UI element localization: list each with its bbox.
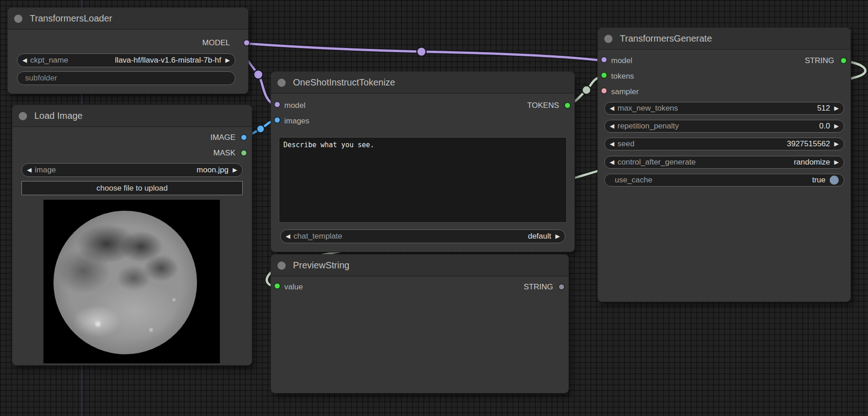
output-label-model: MODEL: [175, 38, 230, 48]
widget-seed[interactable]: ◀ seed 3927515562 ▶: [604, 138, 844, 150]
input-label-images: images: [284, 117, 348, 126]
widget-ckpt-name[interactable]: ◀ ckpt_name llava-hf/llava-v1.6-mistral-…: [17, 53, 235, 67]
node-previewstring[interactable]: PreviewString value STRING: [271, 255, 569, 393]
node-title: PreviewString: [293, 260, 349, 271]
collapse-dot[interactable]: [14, 15, 22, 23]
node-title-bar: Load Image: [12, 105, 252, 127]
output-slot-image[interactable]: [240, 134, 247, 141]
node-title: TransformersLoader: [30, 13, 112, 24]
output-label-string: STRING: [489, 283, 553, 292]
image-preview: [43, 200, 220, 363]
output-slot-tokens[interactable]: [564, 102, 571, 109]
input-label-model: model: [611, 56, 675, 65]
node-title: TransformersGenerate: [620, 33, 712, 44]
decrement-arrow-icon[interactable]: ◀: [610, 155, 614, 169]
prompt-textarea[interactable]: Describe what you see.: [279, 137, 567, 223]
input-slot-sampler[interactable]: [601, 87, 607, 94]
widget-label: chat_template: [293, 232, 342, 241]
widget-value: default: [528, 232, 551, 241]
reroute-dot[interactable]: [582, 86, 591, 95]
widget-label: ckpt_name: [30, 56, 68, 65]
decrement-arrow-icon[interactable]: ◀: [22, 53, 27, 67]
collapse-dot[interactable]: [277, 261, 286, 270]
use-cache-toggle[interactable]: [830, 176, 839, 185]
node-transformersloader[interactable]: TransformersLoader MODEL ◀ ckpt_name lla…: [8, 8, 248, 94]
increment-arrow-icon[interactable]: ▶: [555, 229, 560, 243]
output-label-tokens: TOKENS: [495, 101, 559, 110]
reroute-dot[interactable]: [417, 47, 426, 56]
node-oneshotinstructtokenize[interactable]: OneShotInstructTokenize model images TOK…: [271, 72, 575, 252]
decrement-arrow-icon[interactable]: ◀: [610, 137, 614, 151]
increment-arrow-icon[interactable]: ▶: [834, 101, 839, 115]
output-slot-string[interactable]: [840, 57, 847, 64]
node-load-image[interactable]: Load Image IMAGE MASK ◀ image moon.jpg ▶…: [12, 105, 252, 365]
node-graph-canvas[interactable]: TransformersLoader MODEL ◀ ckpt_name lla…: [0, 0, 868, 416]
widget-max-new-tokens[interactable]: ◀ max_new_tokens 512 ▶: [604, 102, 844, 115]
widget-image-file[interactable]: ◀ image moon.jpg ▶: [21, 163, 243, 177]
input-slot-model[interactable]: [601, 56, 607, 63]
input-label-tokens: tokens: [611, 72, 675, 81]
widget-value: llava-hf/llava-v1.6-mistral-7b-hf: [115, 56, 221, 65]
node-title: Load Image: [34, 111, 83, 121]
node-title-bar: TransformersLoader: [8, 8, 248, 30]
decrement-arrow-icon[interactable]: ◀: [610, 119, 614, 133]
widget-use-cache[interactable]: use_cache true: [604, 174, 844, 187]
collapse-dot[interactable]: [604, 35, 612, 43]
output-slot-model[interactable]: [243, 39, 250, 46]
increment-arrow-icon[interactable]: ▶: [225, 53, 230, 67]
widget-value: randomize: [794, 158, 830, 167]
input-slot-value[interactable]: [274, 283, 281, 289]
widget-value: 0.0: [819, 122, 830, 131]
widget-repetition-penalty[interactable]: ◀ repetition_penalty 0.0 ▶: [604, 120, 844, 133]
increment-arrow-icon[interactable]: ▶: [233, 163, 237, 177]
increment-arrow-icon[interactable]: ▶: [834, 119, 839, 133]
subfolder-input[interactable]: subfolder: [17, 71, 235, 85]
node-transformersgenerate[interactable]: TransformersGenerate model tokens sample…: [598, 28, 851, 302]
output-label-string: STRING: [770, 56, 834, 65]
increment-arrow-icon[interactable]: ▶: [834, 137, 839, 151]
input-label-sampler: sampler: [611, 87, 675, 96]
decrement-arrow-icon[interactable]: ◀: [610, 101, 614, 115]
widget-control-after-generate[interactable]: ◀ control_after_generate randomize ▶: [604, 156, 844, 169]
widget-label: repetition_penalty: [618, 122, 679, 131]
input-placeholder: subfolder: [25, 74, 57, 83]
widget-value: true: [812, 176, 825, 185]
choose-file-button[interactable]: choose file to upload: [21, 181, 243, 195]
widget-value: 3927515562: [787, 139, 830, 149]
collapse-dot[interactable]: [19, 112, 27, 120]
node-title: OneShotInstructTokenize: [293, 77, 395, 88]
widget-chat-template[interactable]: ◀ chat_template default ▶: [280, 229, 565, 243]
widget-label: use_cache: [615, 176, 652, 185]
moon-image: [53, 211, 197, 354]
decrement-arrow-icon[interactable]: ◀: [286, 229, 290, 243]
node-title-bar: PreviewString: [271, 255, 569, 277]
output-label-mask: MASK: [181, 149, 235, 158]
output-slot-mask[interactable]: [240, 149, 247, 156]
output-label-image: IMAGE: [181, 133, 235, 142]
input-label-value: value: [284, 283, 348, 292]
output-slot-string[interactable]: [558, 283, 565, 290]
input-slot-tokens[interactable]: [601, 72, 607, 79]
reroute-dot[interactable]: [254, 70, 263, 79]
input-slot-model[interactable]: [274, 101, 281, 108]
input-label-model: model: [284, 101, 348, 110]
increment-arrow-icon[interactable]: ▶: [834, 155, 839, 169]
widget-label: image: [35, 165, 56, 175]
widget-label: max_new_tokens: [618, 104, 678, 113]
reroute-dot[interactable]: [257, 125, 265, 133]
widget-label: seed: [618, 139, 634, 149]
decrement-arrow-icon[interactable]: ◀: [27, 163, 32, 177]
collapse-dot[interactable]: [277, 79, 286, 87]
node-title-bar: OneShotInstructTokenize: [271, 72, 575, 94]
node-title-bar: TransformersGenerate: [598, 28, 851, 50]
widget-value: 512: [817, 104, 830, 113]
widget-value: moon.jpg: [197, 165, 229, 175]
input-slot-images[interactable]: [274, 117, 281, 123]
widget-label: control_after_generate: [618, 158, 696, 167]
